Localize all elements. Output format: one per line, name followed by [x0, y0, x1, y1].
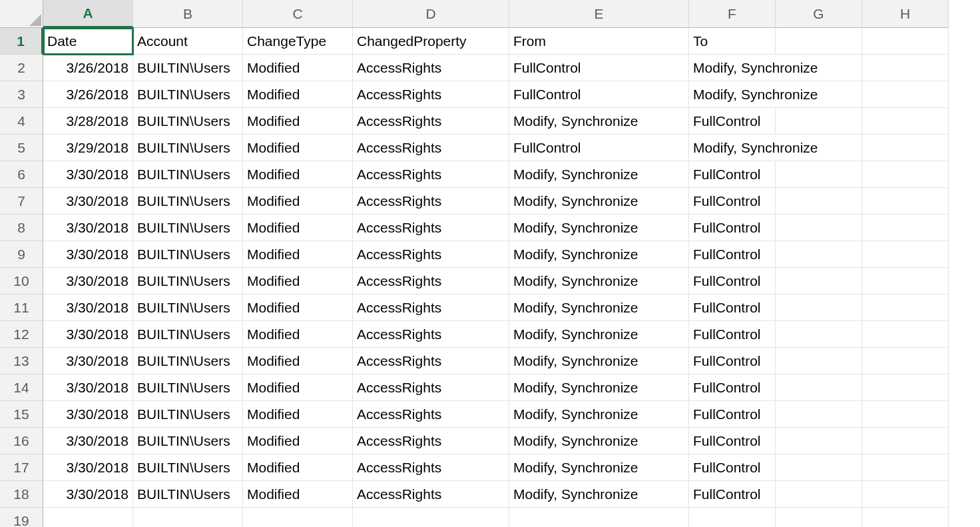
cell-B1[interactable]: Account [133, 28, 243, 55]
cell-H5[interactable] [862, 135, 949, 161]
cell-B7[interactable]: BUILTIN\Users [133, 188, 243, 215]
cell-B2[interactable]: BUILTIN\Users [133, 55, 243, 81]
cell-A3[interactable]: 3/26/2018 [43, 81, 133, 108]
cell-G19[interactable] [776, 508, 862, 527]
cell-E2[interactable]: FullControl [509, 55, 689, 81]
cell-G9[interactable] [776, 241, 862, 268]
row-header-6[interactable]: 6 [0, 161, 43, 188]
cell-E14[interactable]: Modify, Synchronize [509, 374, 689, 401]
row-header-5[interactable]: 5 [0, 135, 43, 161]
cell-H10[interactable] [862, 268, 949, 294]
cell-A19[interactable] [43, 508, 133, 527]
cell-C3[interactable]: Modified [243, 81, 353, 108]
cell-H6[interactable] [862, 161, 949, 188]
cell-D3[interactable]: AccessRights [353, 81, 509, 108]
cell-C1[interactable]: ChangeType [243, 28, 353, 55]
row-header-17[interactable]: 17 [0, 454, 43, 481]
cell-C10[interactable]: Modified [243, 268, 353, 294]
column-header-H[interactable]: H [862, 0, 949, 28]
cell-C2[interactable]: Modified [243, 55, 353, 81]
cell-D11[interactable]: AccessRights [353, 294, 509, 321]
cell-F7[interactable]: FullControl [689, 188, 776, 215]
cell-E11[interactable]: Modify, Synchronize [509, 294, 689, 321]
cell-C11[interactable]: Modified [243, 294, 353, 321]
cell-F4[interactable]: FullControl [689, 108, 776, 135]
cell-C7[interactable]: Modified [243, 188, 353, 215]
cell-G8[interactable] [776, 215, 862, 241]
column-header-E[interactable]: E [509, 0, 689, 28]
cell-D7[interactable]: AccessRights [353, 188, 509, 215]
cell-G14[interactable] [776, 374, 862, 401]
cell-H8[interactable] [862, 215, 949, 241]
cell-A5[interactable]: 3/29/2018 [43, 135, 133, 161]
cell-D18[interactable]: AccessRights [353, 481, 509, 508]
cell-B3[interactable]: BUILTIN\Users [133, 81, 243, 108]
cell-B19[interactable] [133, 508, 243, 527]
cell-D14[interactable]: AccessRights [353, 374, 509, 401]
cell-F10[interactable]: FullControl [689, 268, 776, 294]
cell-F17[interactable]: FullControl [689, 454, 776, 481]
cell-E17[interactable]: Modify, Synchronize [509, 454, 689, 481]
cell-A11[interactable]: 3/30/2018 [43, 294, 133, 321]
cell-B4[interactable]: BUILTIN\Users [133, 108, 243, 135]
cell-E10[interactable]: Modify, Synchronize [509, 268, 689, 294]
cell-A2[interactable]: 3/26/2018 [43, 55, 133, 81]
cell-F16[interactable]: FullControl [689, 428, 776, 454]
row-header-11[interactable]: 11 [0, 294, 43, 321]
cell-E13[interactable]: Modify, Synchronize [509, 348, 689, 374]
cell-F13[interactable]: FullControl [689, 348, 776, 374]
cell-D13[interactable]: AccessRights [353, 348, 509, 374]
cell-E4[interactable]: Modify, Synchronize [509, 108, 689, 135]
cell-B15[interactable]: BUILTIN\Users [133, 401, 243, 428]
cell-H13[interactable] [862, 348, 949, 374]
cell-G10[interactable] [776, 268, 862, 294]
cell-B11[interactable]: BUILTIN\Users [133, 294, 243, 321]
row-header-4[interactable]: 4 [0, 108, 43, 135]
cell-G12[interactable] [776, 321, 862, 348]
cell-A16[interactable]: 3/30/2018 [43, 428, 133, 454]
cell-H7[interactable] [862, 188, 949, 215]
cell-E18[interactable]: Modify, Synchronize [509, 481, 689, 508]
cell-F18[interactable]: FullControl [689, 481, 776, 508]
cell-H17[interactable] [862, 454, 949, 481]
cell-A8[interactable]: 3/30/2018 [43, 215, 133, 241]
cell-H3[interactable] [862, 81, 949, 108]
cell-D17[interactable]: AccessRights [353, 454, 509, 481]
cell-G16[interactable] [776, 428, 862, 454]
row-header-9[interactable]: 9 [0, 241, 43, 268]
cell-A18[interactable]: 3/30/2018 [43, 481, 133, 508]
cell-H2[interactable] [862, 55, 949, 81]
cell-A14[interactable]: 3/30/2018 [43, 374, 133, 401]
cell-D1[interactable]: ChangedProperty [353, 28, 509, 55]
cell-E15[interactable]: Modify, Synchronize [509, 401, 689, 428]
cell-B9[interactable]: BUILTIN\Users [133, 241, 243, 268]
column-header-B[interactable]: B [133, 0, 243, 28]
cell-F14[interactable]: FullControl [689, 374, 776, 401]
cell-F8[interactable]: FullControl [689, 215, 776, 241]
cell-H16[interactable] [862, 428, 949, 454]
cell-B10[interactable]: BUILTIN\Users [133, 268, 243, 294]
cell-D9[interactable]: AccessRights [353, 241, 509, 268]
cell-B13[interactable]: BUILTIN\Users [133, 348, 243, 374]
cell-D6[interactable]: AccessRights [353, 161, 509, 188]
cell-A17[interactable]: 3/30/2018 [43, 454, 133, 481]
cell-E7[interactable]: Modify, Synchronize [509, 188, 689, 215]
column-header-G[interactable]: G [776, 0, 862, 28]
cell-E19[interactable] [509, 508, 689, 527]
cell-B12[interactable]: BUILTIN\Users [133, 321, 243, 348]
cell-E8[interactable]: Modify, Synchronize [509, 215, 689, 241]
cell-G6[interactable] [776, 161, 862, 188]
cell-G18[interactable] [776, 481, 862, 508]
cell-H4[interactable] [862, 108, 949, 135]
cell-H18[interactable] [862, 481, 949, 508]
cell-B8[interactable]: BUILTIN\Users [133, 215, 243, 241]
cell-E5[interactable]: FullControl [509, 135, 689, 161]
cell-B18[interactable]: BUILTIN\Users [133, 481, 243, 508]
cell-G4[interactable] [776, 108, 862, 135]
row-header-3[interactable]: 3 [0, 81, 43, 108]
cell-H19[interactable] [862, 508, 949, 527]
column-header-D[interactable]: D [353, 0, 509, 28]
cell-A13[interactable]: 3/30/2018 [43, 348, 133, 374]
row-header-1[interactable]: 1 [0, 28, 43, 55]
cell-A9[interactable]: 3/30/2018 [43, 241, 133, 268]
